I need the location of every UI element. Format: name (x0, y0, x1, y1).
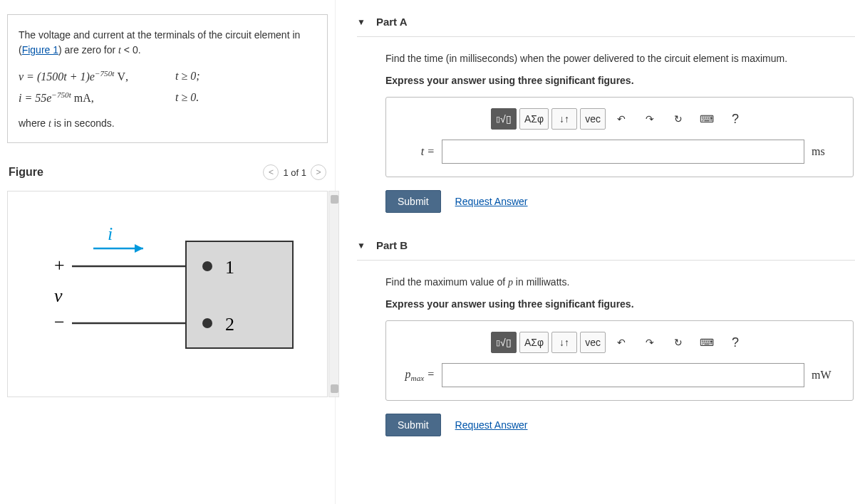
eq-v: v = (1500t + 1)e−750t V, (19, 66, 175, 88)
help-button[interactable]: ? (722, 332, 748, 353)
intro-post: ) are zero for t < 0. (58, 44, 141, 56)
part-a-question: Find the time (in milliseconds) when the… (385, 51, 854, 66)
figure-header: Figure < 1 of 1 > (7, 164, 328, 180)
plus-label: + (54, 255, 65, 275)
part-b-answer-row: pmax = mW (399, 363, 840, 387)
part-a-var: t = (399, 145, 435, 158)
scroll-down-arrow[interactable] (331, 384, 338, 393)
where-clause: where t is in seconds. (19, 117, 316, 130)
voltage-label: v (54, 285, 63, 306)
part-b-answer-panel: ▯√▯ ΑΣφ ↓↑ vec ↶ ↷ ↻ ⌨ ? pmax = mW (385, 320, 854, 401)
keyboard-button[interactable]: ⌨ (694, 332, 720, 353)
pager-text: 1 of 1 (283, 167, 306, 178)
reset-button[interactable]: ↻ (665, 108, 691, 130)
minus-label: − (54, 312, 65, 332)
right-panel: ▼ Part A Find the time (in milliseconds)… (335, 0, 855, 504)
prev-figure-button[interactable]: < (263, 164, 279, 180)
svg-point-2 (202, 318, 212, 328)
templates-button[interactable]: ▯√▯ (491, 332, 517, 353)
circuit-diagram: 1 2 i + v − (43, 220, 300, 362)
part-a-answer-row: t = ms (399, 140, 840, 164)
part-b-instruction: Express your answer using three signific… (385, 297, 854, 312)
templates-button[interactable]: ▯√▯ (491, 108, 517, 130)
figure-pager: < 1 of 1 > (263, 164, 326, 180)
greek-button[interactable]: ΑΣφ (519, 108, 549, 130)
collapse-icon: ▼ (357, 241, 366, 251)
subscript-button[interactable]: ↓↑ (551, 108, 577, 130)
part-b-submit-row: Submit Request Answer (385, 414, 854, 436)
part-a-unit: ms (812, 145, 840, 158)
figure-link[interactable]: Figure 1 (22, 44, 58, 56)
svg-point-1 (202, 261, 212, 271)
part-b-title: Part B (376, 239, 408, 251)
help-button[interactable]: ? (722, 108, 748, 130)
part-a-instruction: Express your answer using three signific… (385, 73, 854, 88)
eq-i: i = 55e−750t mA, (19, 88, 175, 109)
eq-v-cond: t ≥ 0; (175, 66, 200, 88)
part-a-title: Part A (376, 16, 408, 28)
part-b-toolbar: ▯√▯ ΑΣφ ↓↑ vec ↶ ↷ ↻ ⌨ ? (399, 332, 840, 353)
next-figure-button[interactable]: > (311, 164, 326, 180)
figure-title: Figure (9, 166, 43, 179)
vec-button[interactable]: vec (580, 332, 606, 353)
undo-button[interactable]: ↶ (608, 332, 634, 353)
equations: v = (1500t + 1)e−750t V, t ≥ 0; i = 55e−… (19, 66, 316, 109)
problem-intro: The voltage and current at the terminals… (19, 28, 316, 58)
figure-canvas: 1 2 i + v − (7, 191, 328, 397)
svg-rect-0 (186, 241, 293, 348)
part-b-unit: mW (812, 369, 840, 382)
part-a-header[interactable]: ▼ Part A (357, 7, 855, 37)
terminal-1-label: 1 (225, 257, 234, 278)
redo-button[interactable]: ↷ (637, 108, 663, 130)
current-label: i (108, 224, 113, 244)
part-b-input[interactable] (442, 363, 804, 387)
terminal-2-label: 2 (225, 314, 234, 335)
part-a-toolbar: ▯√▯ ΑΣφ ↓↑ vec ↶ ↷ ↻ ⌨ ? (399, 108, 840, 130)
part-a-submit-button[interactable]: Submit (385, 190, 441, 213)
collapse-icon: ▼ (357, 17, 366, 27)
reset-button[interactable]: ↻ (665, 332, 691, 353)
part-b-submit-button[interactable]: Submit (385, 414, 441, 436)
part-b-request-answer[interactable]: Request Answer (455, 419, 528, 431)
eq-i-cond: t ≥ 0. (175, 88, 199, 109)
left-panel: The voltage and current at the terminals… (0, 0, 335, 504)
part-b-question: Find the maximum value of p in milliwatt… (385, 275, 854, 290)
vec-button[interactable]: vec (580, 108, 606, 130)
problem-statement: The voltage and current at the terminals… (7, 14, 328, 143)
subscript-button[interactable]: ↓↑ (551, 332, 577, 353)
svg-marker-6 (135, 244, 143, 253)
undo-button[interactable]: ↶ (608, 108, 634, 130)
scroll-up-arrow[interactable] (331, 195, 338, 204)
part-b-content: Find the maximum value of p in milliwatt… (357, 275, 855, 436)
part-b-var: pmax = (399, 368, 435, 382)
figure-scrollbar[interactable] (328, 191, 339, 397)
redo-button[interactable]: ↷ (637, 332, 663, 353)
part-a-input[interactable] (442, 140, 804, 164)
keyboard-button[interactable]: ⌨ (694, 108, 720, 130)
part-a-answer-panel: ▯√▯ ΑΣφ ↓↑ vec ↶ ↷ ↻ ⌨ ? t = ms (385, 97, 854, 177)
part-a-submit-row: Submit Request Answer (385, 190, 854, 213)
greek-button[interactable]: ΑΣφ (519, 332, 549, 353)
part-b-header[interactable]: ▼ Part B (357, 231, 855, 261)
part-a-content: Find the time (in milliseconds) when the… (357, 51, 855, 213)
part-a-request-answer[interactable]: Request Answer (455, 196, 528, 207)
